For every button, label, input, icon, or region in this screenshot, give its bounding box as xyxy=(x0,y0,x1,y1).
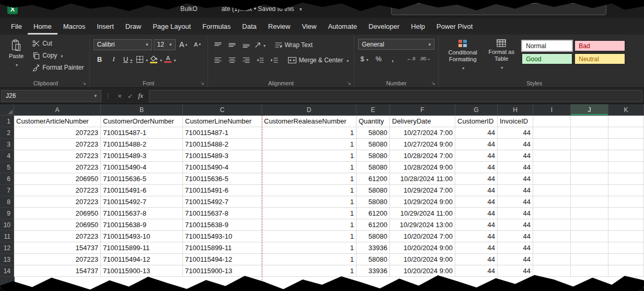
font-color-button[interactable]: A xyxy=(164,53,177,65)
cell-J11[interactable] xyxy=(571,231,608,242)
column-header-K[interactable]: K xyxy=(608,104,644,116)
cell-F1[interactable]: DeliveryDate xyxy=(390,116,455,127)
select-all-corner[interactable] xyxy=(0,104,14,116)
cell-I5[interactable] xyxy=(533,162,571,173)
cell-E13[interactable]: 58080 xyxy=(356,254,390,265)
cell-G12[interactable]: 44 xyxy=(455,242,498,254)
cell-D7[interactable]: 1 xyxy=(262,185,356,196)
cell-F9[interactable]: 10/29/2024 11:00 xyxy=(390,208,455,219)
cell-H6[interactable]: 44 xyxy=(498,173,533,185)
cell-C8[interactable]: 7100115492-7 xyxy=(183,196,262,208)
formula-input[interactable] xyxy=(149,90,642,102)
row-header-6[interactable]: 6 xyxy=(0,173,14,185)
cell-C12[interactable]: 7100115899-11 xyxy=(183,242,262,254)
cell-H12[interactable]: 44 xyxy=(498,242,533,254)
alignment-dialog-launcher[interactable] xyxy=(347,81,352,86)
cell-F5[interactable]: 10/28/2024 9:00 xyxy=(390,162,455,173)
cell-H11[interactable]: 44 xyxy=(498,231,533,242)
wrap-text-button[interactable]: Wrap Text xyxy=(273,39,315,51)
column-header-H[interactable]: H xyxy=(498,104,533,116)
cell-F6[interactable]: 10/28/2024 11:00 xyxy=(390,173,455,185)
menu-tab-review[interactable]: Review xyxy=(262,18,296,35)
cell-H8[interactable]: 44 xyxy=(498,196,533,208)
cell-style-normal[interactable]: Normal xyxy=(522,40,572,51)
cell-J8[interactable] xyxy=(571,196,608,208)
cell-I8[interactable] xyxy=(533,196,571,208)
cell-K14[interactable] xyxy=(608,265,644,277)
cell-D8[interactable]: 1 xyxy=(262,196,356,208)
menu-tab-power-pivot[interactable]: Power Pivot xyxy=(431,18,478,35)
menu-tab-developer[interactable]: Developer xyxy=(363,18,405,35)
cell-E1[interactable]: Quantity xyxy=(356,116,390,127)
row-header-3[interactable]: 3 xyxy=(0,139,14,150)
cell-K10[interactable] xyxy=(608,219,644,231)
cell-F14[interactable]: 10/20/2024 9:00 xyxy=(390,265,455,277)
format-as-table-button[interactable]: Format as Table xyxy=(483,37,520,71)
cell-A7[interactable]: 207223 xyxy=(14,185,101,196)
cell-J5[interactable] xyxy=(571,162,608,173)
cell-D1[interactable]: CustomerRealeaseNumber xyxy=(262,116,356,127)
cell-F7[interactable]: 10/29/2024 7:00 xyxy=(390,185,455,196)
cell-I3[interactable] xyxy=(533,139,571,150)
cell-A12[interactable]: 154737 xyxy=(14,242,101,254)
cell-H3[interactable]: 44 xyxy=(498,139,533,150)
cell-I11[interactable] xyxy=(533,231,571,242)
cell-D5[interactable]: 1 xyxy=(262,162,356,173)
cell-F2[interactable]: 10/27/2024 7:00 xyxy=(390,127,455,139)
underline-button[interactable]: U xyxy=(122,53,134,65)
menu-tab-home[interactable]: Home xyxy=(28,18,58,35)
cell-J1[interactable] xyxy=(571,116,608,127)
cell-F10[interactable]: 10/29/2024 13:00 xyxy=(390,219,455,231)
row-header-11[interactable]: 11 xyxy=(0,231,14,242)
title-chevron-down-icon[interactable] xyxy=(300,5,302,13)
cell-F12[interactable]: 10/20/2024 9:00 xyxy=(390,242,455,254)
copy-button[interactable]: Copy xyxy=(31,49,85,61)
cell-A2[interactable]: 207223 xyxy=(14,127,101,139)
cell-H1[interactable]: InvoiceID xyxy=(498,116,533,127)
cell-A10[interactable]: 206950 xyxy=(14,219,101,231)
cell-D4[interactable]: 1 xyxy=(262,150,356,162)
align-left-button[interactable] xyxy=(212,54,224,66)
cell-C5[interactable]: 7100115490-4 xyxy=(183,162,262,173)
increase-decimal-button[interactable]: ←.0 xyxy=(405,53,417,64)
cell-I7[interactable] xyxy=(533,185,571,196)
cell-D6[interactable]: 1 xyxy=(262,173,356,185)
cell-I9[interactable] xyxy=(533,208,571,219)
cell-style-good[interactable]: Good xyxy=(522,53,572,64)
cell-E14[interactable]: 33936 xyxy=(356,265,390,277)
cell-A8[interactable]: 207223 xyxy=(14,196,101,208)
cell-I6[interactable] xyxy=(533,173,571,185)
cell-G3[interactable]: 44 xyxy=(455,139,498,150)
font-size-combo[interactable]: 12 xyxy=(154,39,176,50)
cell-E9[interactable]: 61200 xyxy=(356,208,390,219)
cell-I2[interactable] xyxy=(533,127,571,139)
cell-G9[interactable]: 44 xyxy=(455,208,498,219)
cell-G2[interactable]: 44 xyxy=(455,127,498,139)
cell-B2[interactable]: 7100115487-1 xyxy=(101,127,183,139)
row-header-14[interactable]: 14 xyxy=(0,265,14,277)
cell-D13[interactable]: 1 xyxy=(262,254,356,265)
cell-G7[interactable]: 44 xyxy=(455,185,498,196)
menu-tab-macros[interactable]: Macros xyxy=(58,18,91,35)
column-header-E[interactable]: E xyxy=(356,104,390,116)
cell-G1[interactable]: CustomerID xyxy=(455,116,498,127)
cell-J9[interactable] xyxy=(571,208,608,219)
cell-B7[interactable]: 7100115491-6 xyxy=(101,185,183,196)
cell-K4[interactable] xyxy=(608,150,644,162)
cell-J12[interactable] xyxy=(571,242,608,254)
cell-F13[interactable]: 10/20/2024 9:00 xyxy=(390,254,455,265)
cell-K12[interactable] xyxy=(608,242,644,254)
search-box[interactable] xyxy=(391,3,606,15)
insert-function-button[interactable] xyxy=(135,92,146,100)
cell-K8[interactable] xyxy=(608,196,644,208)
confirm-entry-button[interactable] xyxy=(125,92,135,100)
menu-tab-automate[interactable]: Automate xyxy=(322,18,363,35)
column-header-I[interactable]: I xyxy=(533,104,571,116)
cell-F3[interactable]: 10/27/2024 9:00 xyxy=(390,139,455,150)
cell-B5[interactable]: 7100115490-4 xyxy=(101,162,183,173)
cell-I14[interactable] xyxy=(533,265,571,277)
menu-tab-page-layout[interactable]: Page Layout xyxy=(147,18,197,35)
italic-button[interactable]: I xyxy=(108,53,120,65)
row-header-2[interactable]: 2 xyxy=(0,127,14,139)
cell-B4[interactable]: 7100115489-3 xyxy=(101,150,183,162)
